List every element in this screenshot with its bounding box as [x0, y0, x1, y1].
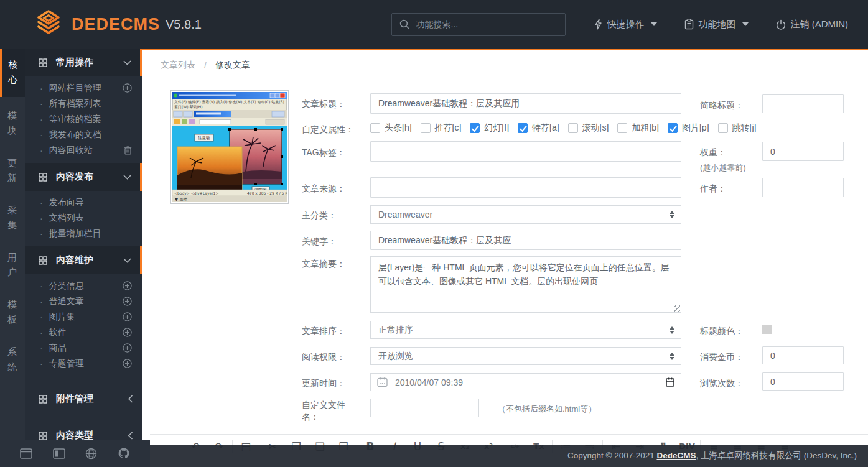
title-color-label: 标题颜色： [700, 325, 744, 337]
rail-tab-6[interactable]: 模板 [0, 291, 25, 333]
function-search-box[interactable] [391, 13, 566, 36]
menu-section-header-3[interactable]: 内容维护 [25, 246, 142, 274]
sidebar-item[interactable]: ·文档列表 [25, 210, 142, 226]
rail-tab-2[interactable]: 模块 [0, 102, 25, 144]
svg-text:▼ 属性: ▼ 属性 [175, 197, 188, 202]
menu-section-header-2[interactable]: 内容发布 [25, 163, 142, 191]
search-icon [399, 19, 410, 30]
chevron-down-icon [651, 22, 657, 26]
attr-checkbox-f[interactable]: 幻灯[f] [470, 123, 509, 134]
feature-map-menu[interactable]: 功能地图 [684, 19, 749, 30]
sidebar-item[interactable]: ·等审核的档案 [25, 111, 142, 127]
sidebar-item[interactable]: ·网站栏目管理 [25, 80, 142, 96]
menu-section-header-5[interactable]: 内容类型 [25, 422, 142, 440]
weight-label: 权重： [700, 147, 726, 159]
author-input[interactable] [762, 178, 844, 197]
plus-circle-icon[interactable] [123, 312, 132, 321]
checkbox[interactable] [518, 123, 528, 133]
sidebar-item[interactable]: ·图片集 [25, 309, 142, 325]
short-title-input[interactable] [762, 94, 844, 113]
logout-label: 注销 (ADMIN) [791, 19, 849, 30]
breadcrumb-article-list[interactable]: 文章列表 [161, 60, 195, 71]
dedecms-link[interactable]: DedeCMS [656, 451, 696, 460]
sidebar-item[interactable]: ·发布向导 [25, 195, 142, 210]
plus-circle-icon[interactable] [123, 281, 132, 290]
attr-checkbox-a[interactable]: 特荐[a] [518, 123, 559, 134]
read-permission-select[interactable]: 开放浏览 [370, 347, 681, 365]
article-thumbnail[interactable]: 文件(F) 编辑(E) 查看(V) 插入(I) 修改(M) 文本(T) 命令(C… [170, 90, 289, 204]
menu-section-header-4[interactable]: 附件管理 [25, 385, 142, 413]
sidebar-item[interactable]: ·分类信息 [25, 278, 142, 294]
sidebar-item[interactable]: ·内容回收站 [25, 142, 142, 158]
trash-icon[interactable] [124, 146, 132, 155]
attr-checkbox-s[interactable]: 滚动[s] [568, 123, 609, 134]
resize-grip[interactable] [674, 305, 680, 312]
svg-text:470 x 305 - 29 K / 5 秒: 470 x 305 - 29 K / 5 秒 [247, 191, 287, 196]
checkbox[interactable] [470, 123, 480, 133]
rail-tab-4[interactable]: 采集 [0, 197, 25, 239]
sidebar-item[interactable]: ·商品 [25, 340, 142, 356]
attr-checkbox-p[interactable]: 图片[p] [668, 123, 709, 134]
custom-filename-input[interactable] [370, 399, 479, 417]
sort-select[interactable]: 正常排序 [370, 321, 681, 339]
plus-circle-icon[interactable] [123, 83, 132, 93]
update-time-field[interactable]: 2010/04/07 09:39 [370, 373, 681, 391]
quick-actions-label: 快捷操作 [607, 19, 645, 30]
views-input[interactable] [762, 372, 844, 391]
tag-input[interactable] [370, 141, 681, 162]
sidebar-item[interactable]: ·普通文章 [25, 294, 142, 309]
sidebar-menu: 常用操作·网站栏目管理·所有档案列表·等审核的档案·我发布的文档·内容回收站内容… [25, 49, 142, 440]
plus-circle-icon[interactable] [123, 343, 132, 353]
summary-textarea[interactable] [370, 256, 681, 313]
quick-actions-menu[interactable]: 快捷操作 [594, 19, 657, 30]
chevron-down-icon [123, 258, 131, 263]
checkbox[interactable] [421, 123, 431, 133]
checkbox[interactable] [370, 123, 380, 133]
dedecms-admin-page: DEDECMS V5.8.1 快捷操作 功能地图 [0, 0, 868, 467]
checkbox[interactable] [718, 123, 728, 133]
keywords-input[interactable] [370, 231, 681, 250]
chevron-left-icon [128, 395, 133, 403]
checkbox[interactable] [568, 123, 578, 133]
attr-checkbox-j[interactable]: 跳转[j] [718, 123, 757, 134]
plus-circle-icon[interactable] [123, 297, 132, 306]
consume-coins-input[interactable] [762, 346, 844, 364]
sidebar-item[interactable]: ·专题管理 [25, 356, 142, 371]
sidebar-item[interactable]: ·所有档案列表 [25, 96, 142, 111]
split-layout-icon[interactable] [53, 448, 65, 459]
datepicker-icon[interactable] [666, 377, 674, 387]
plus-circle-icon[interactable] [123, 359, 132, 368]
bullet-dot: · [40, 213, 43, 223]
menu-section-header-1[interactable]: 常用操作 [25, 49, 142, 76]
title-color-swatch[interactable] [762, 325, 772, 334]
rail-tab-5[interactable]: 用户 [0, 244, 25, 286]
photo-back [177, 147, 242, 192]
brand[interactable]: DEDECMS V5.8.1 [34, 10, 202, 39]
chevron-down-icon [123, 60, 131, 65]
rail-tab-1[interactable]: 核心 [0, 49, 25, 97]
browser-window-icon[interactable] [20, 448, 32, 459]
sidebar-item[interactable]: ·软件 [25, 325, 142, 340]
bullet-dot: · [40, 114, 43, 124]
attr-checkbox-h[interactable]: 头条[h] [370, 123, 412, 134]
sidebar-item[interactable]: ·批量增加栏目 [25, 226, 142, 241]
plus-circle-icon[interactable] [123, 328, 132, 337]
search-input[interactable] [416, 19, 547, 29]
main-category-select[interactable]: Dreamweaver [370, 205, 681, 224]
checkbox[interactable] [617, 123, 627, 133]
logout-button[interactable]: 注销 (ADMIN) [776, 19, 849, 30]
github-icon[interactable] [118, 447, 130, 460]
article-title-input[interactable] [370, 93, 681, 114]
read-permission-value: 开放浏览 [378, 351, 413, 362]
select-stepper-icon [670, 353, 674, 360]
sidebar-item[interactable]: ·我发布的文档 [25, 127, 142, 142]
weight-input[interactable] [762, 142, 844, 161]
rail-tab-3[interactable]: 更新 [0, 149, 25, 192]
globe-icon[interactable] [85, 448, 97, 460]
checkbox[interactable] [668, 123, 678, 133]
bullet-dot: · [40, 328, 43, 338]
source-input[interactable] [370, 177, 681, 198]
rail-tab-7[interactable]: 系统 [0, 338, 25, 381]
attr-checkbox-c[interactable]: 推荐[c] [421, 123, 462, 134]
attr-checkbox-b[interactable]: 加粗[b] [617, 123, 659, 134]
